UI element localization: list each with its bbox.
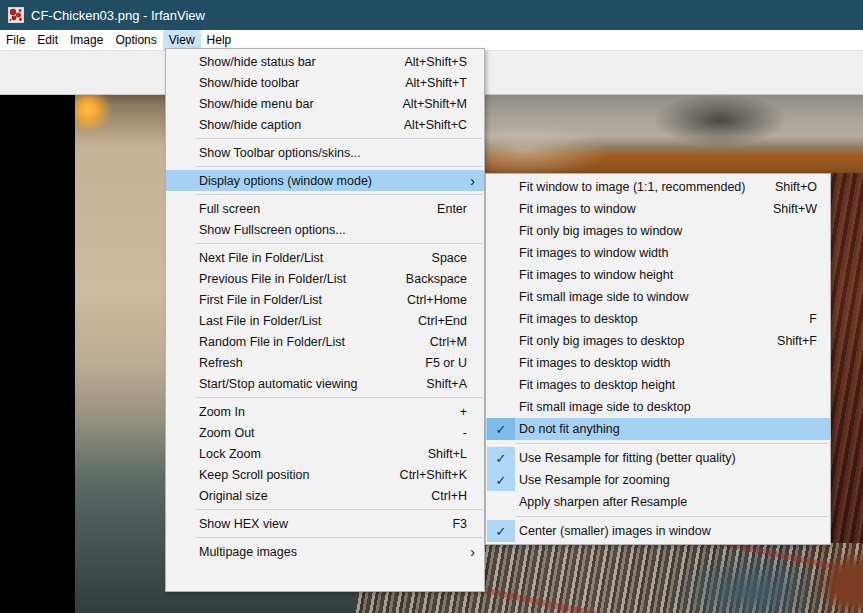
view-menu: Show/hide status barAlt+Shift+S Show/hid… (165, 48, 485, 592)
checked-gutter: ✓ (487, 447, 515, 469)
menu-item-display-options-window-mode[interactable]: Display options (window mode)› (166, 170, 484, 191)
menu-item-next-file[interactable]: Next File in Folder/ListSpace (166, 247, 484, 268)
submenu-item-fit-images-to-window[interactable]: Fit images to windowShift+W (486, 198, 830, 220)
submenu-item-do-not-fit-anything[interactable]: ✓Do not fit anything (486, 418, 830, 440)
menu-item-previous-file[interactable]: Previous File in Folder/ListBackspace (166, 268, 484, 289)
menu-separator (196, 166, 482, 167)
submenu-item-fit-images-to-window-width[interactable]: Fit images to window width (486, 242, 830, 264)
display-options-submenu: Fit window to image (1:1, recommended)Sh… (485, 173, 831, 545)
check-icon: ✓ (496, 422, 507, 437)
menu-item-random-file[interactable]: Random File in Folder/ListCtrl+M (166, 331, 484, 352)
menubar-item-help[interactable]: Help (201, 30, 238, 50)
check-icon: ✓ (496, 451, 507, 466)
checked-gutter: ✓ (487, 469, 515, 491)
menu-separator (516, 516, 828, 517)
check-icon: ✓ (496, 524, 507, 539)
submenu-item-fit-images-to-desktop-width[interactable]: Fit images to desktop width (486, 352, 830, 374)
menu-bar: File Edit Image Options View Help (0, 30, 863, 50)
menu-item-multipage-images[interactable]: Multipage images› (166, 541, 484, 562)
menu-item-full-screen[interactable]: Full screenEnter (166, 198, 484, 219)
photo-knit-right (830, 173, 863, 545)
submenu-arrow-icon: › (470, 545, 484, 559)
menu-item-show-fullscreen-options[interactable]: Show Fullscreen options... (166, 219, 484, 240)
window-title: CF-Chicken03.png - IrfanView (31, 8, 205, 23)
irfanview-logo-icon (8, 7, 24, 23)
menu-item-show-hide-caption[interactable]: Show/hide captionAlt+Shift+C (166, 114, 484, 135)
menu-item-show-hide-toolbar[interactable]: Show/hide toolbarAlt+Shift+T (166, 72, 484, 93)
submenu-arrow-icon: › (470, 174, 484, 188)
check-icon: ✓ (496, 473, 507, 488)
checked-gutter: ✓ (487, 520, 515, 542)
menu-item-last-file[interactable]: Last File in Folder/ListCtrl+End (166, 310, 484, 331)
menu-separator (196, 537, 482, 538)
menu-separator (196, 509, 482, 510)
photo-knit-top (485, 95, 863, 175)
menu-separator (196, 397, 482, 398)
menubar-item-file[interactable]: File (0, 30, 31, 50)
submenu-item-fit-only-big-images-to-desktop[interactable]: Fit only big images to desktopShift+F (486, 330, 830, 352)
checked-gutter: ✓ (487, 418, 515, 440)
menu-separator (516, 443, 828, 444)
menu-item-first-file[interactable]: First File in Folder/ListCtrl+Home (166, 289, 484, 310)
submenu-item-fit-images-to-desktop[interactable]: Fit images to desktopF (486, 308, 830, 330)
menu-item-zoom-out[interactable]: Zoom Out- (166, 422, 484, 443)
submenu-item-use-resample-for-fitting[interactable]: ✓Use Resample for fitting (better qualit… (486, 447, 830, 469)
menu-item-show-hex-view[interactable]: Show HEX viewF3 (166, 513, 484, 534)
menu-item-refresh[interactable]: RefreshF5 or U (166, 352, 484, 373)
submenu-item-fit-small-image-side-to-window[interactable]: Fit small image side to window (486, 286, 830, 308)
submenu-item-fit-small-image-side-to-desktop[interactable]: Fit small image side to desktop (486, 396, 830, 418)
submenu-item-fit-images-to-window-height[interactable]: Fit images to window height (486, 264, 830, 286)
menu-item-show-toolbar-options-skins[interactable]: Show Toolbar options/skins... (166, 142, 484, 163)
title-bar: CF-Chicken03.png - IrfanView (0, 0, 863, 30)
menubar-item-view[interactable]: View (163, 30, 201, 50)
submenu-item-fit-only-big-images-to-window[interactable]: Fit only big images to window (486, 220, 830, 242)
submenu-item-apply-sharpen-after-resample[interactable]: Apply sharpen after Resample (486, 491, 830, 513)
menu-item-zoom-in[interactable]: Zoom In+ (166, 401, 484, 422)
menu-separator (196, 138, 482, 139)
irfanview-window: CF-Chicken03.png - IrfanView File Edit I… (0, 0, 863, 613)
menu-item-keep-scroll-position[interactable]: Keep Scroll positionCtrl+Shift+K (166, 464, 484, 485)
menubar-item-image[interactable]: Image (64, 30, 109, 50)
submenu-item-use-resample-for-zooming[interactable]: ✓Use Resample for zooming (486, 469, 830, 491)
check-gutter (167, 51, 195, 72)
menu-separator (196, 194, 482, 195)
menu-item-lock-zoom[interactable]: Lock ZoomShift+L (166, 443, 484, 464)
menubar-item-edit[interactable]: Edit (31, 30, 64, 50)
menu-item-show-hide-menu-bar[interactable]: Show/hide menu barAlt+Shift+M (166, 93, 484, 114)
submenu-item-center-smaller-images-in-window[interactable]: ✓Center (smaller) images in window (486, 520, 830, 542)
submenu-item-fit-window-to-image[interactable]: Fit window to image (1:1, recommended)Sh… (486, 176, 830, 198)
menu-item-show-hide-status-bar[interactable]: Show/hide status barAlt+Shift+S (166, 51, 484, 72)
menubar-item-options[interactable]: Options (109, 30, 162, 50)
menu-separator (196, 243, 482, 244)
submenu-item-fit-images-to-desktop-height[interactable]: Fit images to desktop height (486, 374, 830, 396)
menu-item-original-size[interactable]: Original sizeCtrl+H (166, 485, 484, 506)
menu-item-start-stop-automatic-viewing[interactable]: Start/Stop automatic viewingShift+A (166, 373, 484, 394)
